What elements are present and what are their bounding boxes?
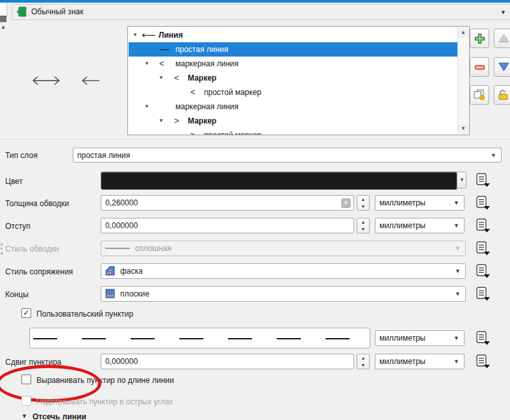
chevron-down-icon: ▼	[453, 335, 459, 341]
line-symbol-layers-icon	[17, 7, 28, 18]
cap-style-combobox[interactable]: плоские ▼	[101, 286, 466, 302]
clear-value-icon[interactable]: ✕	[341, 198, 351, 208]
chevron-down-icon: ▼	[455, 291, 461, 297]
tree-scroll-down-icon[interactable]: ▼	[458, 124, 468, 134]
tree-row-simple-marker-2[interactable]: > простой маркер	[129, 128, 459, 135]
data-defined-override-button[interactable]	[476, 196, 491, 211]
tree-item-label: простой маркер	[204, 85, 261, 99]
data-defined-override-button[interactable]	[476, 354, 491, 370]
chevron-down-icon: ▼	[491, 152, 496, 159]
dash-offset-input[interactable]: 0,000000	[101, 354, 354, 369]
duplicate-symbol-layer-button[interactable]	[470, 85, 489, 105]
dash-unit-combobox[interactable]: миллиметры ▼	[375, 330, 465, 346]
left-scrollbar-track[interactable]	[0, 3, 7, 17]
move-layer-down-button[interactable]	[494, 57, 510, 77]
tree-item-icon: >	[174, 114, 179, 128]
expand-icon[interactable]: ▼	[159, 114, 164, 128]
offset-input[interactable]: 0,000000	[101, 218, 354, 233]
expand-icon[interactable]: ▼	[144, 99, 149, 114]
section-divider-highlight	[0, 140, 510, 140]
header-collapse-icon[interactable]: ▼	[500, 9, 506, 16]
spin-down-icon[interactable]: ▼	[357, 361, 369, 369]
duplicate-icon	[474, 89, 485, 101]
stroke-width-label: Толщина обводки	[5, 199, 69, 208]
tree-item-icon: ⟵	[142, 28, 156, 42]
tree-scroll-up-icon[interactable]: ▲	[458, 27, 468, 38]
unit-value: миллиметры	[379, 221, 426, 230]
spin-up-icon[interactable]: ▲	[357, 196, 369, 203]
tree-row-simple-marker-1[interactable]: < простой маркер	[129, 85, 459, 99]
data-defined-override-button[interactable]	[476, 173, 491, 189]
spin-down-icon[interactable]: ▼	[357, 226, 369, 233]
group-expand-icon[interactable]: ▼	[21, 413, 27, 419]
chevron-down-icon: ▼	[453, 200, 459, 206]
tree-item-label: Маркер	[188, 71, 216, 85]
dash-pattern-button[interactable]	[29, 328, 370, 348]
stroke-width-spinner[interactable]: ▲ ▼	[357, 195, 370, 211]
tree-item-icon: —	[160, 42, 169, 57]
color-dropdown-button[interactable]: ▼	[457, 172, 466, 189]
tree-item-label: простой маркер	[204, 128, 261, 135]
offset-unit-combobox[interactable]: миллиметры ▼	[375, 218, 465, 233]
offset-spinner[interactable]: ▲ ▼	[357, 218, 370, 233]
clip-lines-group-label[interactable]: Отсечь линии	[32, 412, 86, 420]
chevron-down-icon: ▼	[453, 222, 459, 229]
tree-row-line[interactable]: ▼ ⟵ Линия	[129, 28, 459, 42]
chevron-down-icon: ▼	[453, 358, 459, 365]
bevel-join-icon	[105, 266, 116, 276]
data-defined-override-button[interactable]	[476, 287, 491, 302]
spin-up-icon[interactable]: ▲	[357, 218, 369, 226]
tree-row-marker-2[interactable]: ▼ > Маркер	[129, 114, 459, 128]
focus-dots	[1, 243, 3, 255]
color-swatch-button[interactable]	[101, 172, 457, 190]
unit-value: миллиметры	[379, 334, 426, 343]
join-style-combobox[interactable]: фаска ▼	[101, 263, 466, 279]
lock-color-button[interactable]	[494, 85, 510, 105]
symbol-layer-tree[interactable]: ▼ ⟵ Линия — простая линия ▼ < маркерная …	[127, 26, 470, 135]
join-style-value: фаска	[120, 267, 143, 276]
triangle-down-icon	[498, 62, 509, 72]
expand-icon[interactable]: ▼	[159, 71, 164, 85]
left-scrollbar-thumb[interactable]	[0, 16, 6, 22]
data-defined-override-button[interactable]	[476, 218, 491, 234]
add-symbol-layer-button[interactable]	[470, 29, 489, 48]
data-defined-override-button[interactable]	[476, 331, 491, 347]
tree-row-simple-line[interactable]: — простая линия	[129, 42, 459, 57]
layer-type-combobox[interactable]: простая линия ▼	[73, 148, 502, 163]
tree-item-label: Маркер	[188, 114, 216, 128]
symbol-group-header[interactable]	[12, 4, 510, 20]
spin-down-icon[interactable]: ▼	[357, 203, 369, 210]
unit-value: миллиметры	[379, 198, 426, 207]
tree-row-marker-line-2[interactable]: ▼ маркерная линия	[129, 99, 459, 114]
expand-icon[interactable]: ▼	[144, 57, 149, 71]
stroke-width-unit-combobox[interactable]: миллиметры ▼	[375, 195, 465, 211]
dash-offset-value: 0,000000	[105, 357, 138, 366]
remove-symbol-layer-button[interactable]	[470, 57, 489, 77]
left-scrollbar-up-icon[interactable]: ▲	[0, 23, 6, 31]
tree-row-marker-line-1[interactable]: ▼ < маркерная линия	[129, 57, 459, 71]
data-defined-override-button[interactable]	[476, 241, 491, 257]
tree-item-icon: >	[190, 128, 196, 135]
symbol-properties-panel: ▲ Обычный знак ▼ ▼ ⟵ Линия — простая лин…	[0, 0, 510, 420]
custom-dash-label: Пользовательский пунктир	[36, 309, 133, 319]
tree-row-marker-1[interactable]: ▼ < Маркер	[129, 71, 459, 85]
tree-item-label: простая линия	[175, 42, 228, 57]
triangle-up-icon	[498, 33, 509, 44]
window-accent-strip	[0, 0, 510, 3]
stroke-style-value: сплошная	[135, 244, 172, 253]
spin-up-icon[interactable]: ▲	[357, 354, 369, 361]
color-label: Цвет	[5, 177, 23, 186]
plus-icon	[474, 33, 485, 44]
expand-icon[interactable]: ▼	[133, 28, 138, 42]
stroke-style-label: Стиль обводки	[5, 244, 59, 254]
dash-offset-unit-combobox[interactable]: миллиметры ▼	[375, 354, 465, 369]
open-lock-icon	[498, 89, 509, 101]
stroke-width-input[interactable]: 0,260000	[101, 195, 354, 211]
tree-scrollbar[interactable]: ▲ ▼	[457, 27, 468, 134]
tree-item-label: Линия	[159, 28, 183, 42]
left-arrow-preview	[81, 74, 101, 87]
data-defined-override-button[interactable]	[476, 264, 491, 280]
custom-dash-checkbox[interactable]: ✓	[21, 308, 31, 318]
chevron-down-icon: ▼	[455, 268, 461, 274]
dash-offset-spinner[interactable]: ▲ ▼	[357, 354, 370, 369]
